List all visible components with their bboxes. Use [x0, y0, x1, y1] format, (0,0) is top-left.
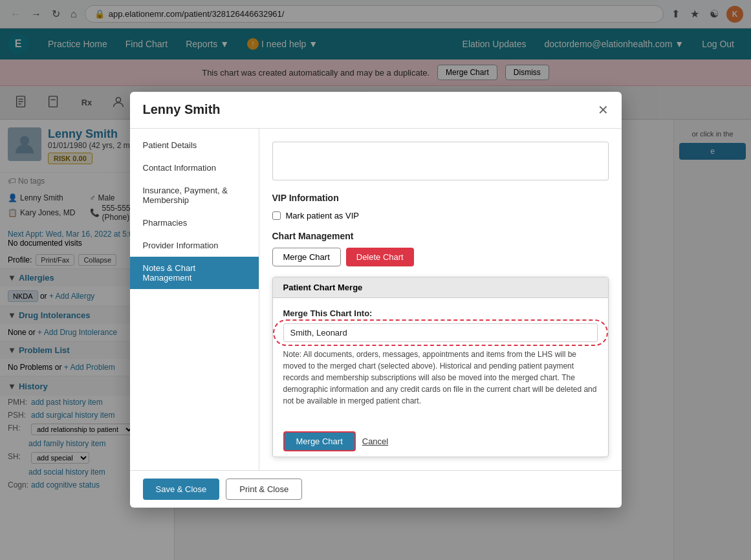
modal-footer: Save & Close Print & Close: [130, 470, 622, 508]
modal-main: VIP Information Mark patient as VIP Char…: [259, 129, 622, 470]
merge-into-label: Merge This Chart Into:: [283, 308, 598, 318]
vip-section-title: VIP Information: [272, 193, 609, 203]
cancel-merge-button[interactable]: Cancel: [362, 436, 388, 446]
vip-label: Mark patient as VIP: [286, 211, 359, 221]
sidebar-pharmacies[interactable]: Pharmacies: [130, 211, 259, 234]
save-close-button[interactable]: Save & Close: [143, 479, 220, 500]
sidebar-contact-info[interactable]: Contact Information: [130, 156, 259, 179]
merge-dialog: Patient Chart Merge Merge This Chart Int…: [272, 277, 609, 457]
merge-target-field[interactable]: Smith, Leonard: [283, 323, 598, 342]
modal-header: Lenny Smith ✕: [130, 92, 622, 129]
sidebar-insurance[interactable]: Insurance, Payment, & Membership: [130, 179, 259, 211]
patient-settings-modal: Lenny Smith ✕ Patient Details Contact In…: [130, 92, 622, 508]
modal-title: Lenny Smith: [143, 102, 598, 117]
merge-dialog-body: Merge This Chart Into: Smith, Leonard No…: [273, 298, 608, 426]
modal-close-button[interactable]: ✕: [598, 102, 609, 118]
confirm-merge-button[interactable]: Merge Chart: [283, 431, 356, 451]
merge-target-wrapper: Smith, Leonard: [283, 323, 598, 342]
merge-chart-button[interactable]: Merge Chart: [272, 248, 341, 266]
merge-note: Note: All documents, orders, messages, a…: [283, 349, 598, 407]
sidebar-provider-info[interactable]: Provider Information: [130, 234, 259, 257]
chart-mgmt-btns: Merge Chart Delete Chart: [272, 248, 609, 266]
vip-row: Mark patient as VIP: [272, 211, 609, 221]
sidebar-notes-chart[interactable]: Notes & Chart Management: [130, 257, 259, 289]
sidebar-patient-details[interactable]: Patient Details: [130, 134, 259, 156]
delete-chart-button[interactable]: Delete Chart: [346, 248, 414, 266]
modal-sidebar: Patient Details Contact Information Insu…: [130, 129, 259, 470]
vip-checkbox[interactable]: [272, 211, 281, 220]
chart-mgmt-title: Chart Management: [272, 231, 609, 241]
print-close-button[interactable]: Print & Close: [226, 479, 302, 500]
modal-backdrop[interactable]: Lenny Smith ✕ Patient Details Contact In…: [0, 0, 751, 560]
merge-dialog-footer: Merge Chart Cancel: [273, 426, 608, 457]
modal-body: Patient Details Contact Information Insu…: [130, 129, 622, 470]
notes-textarea[interactable]: [272, 142, 609, 180]
merge-dialog-header: Patient Chart Merge: [273, 277, 608, 298]
